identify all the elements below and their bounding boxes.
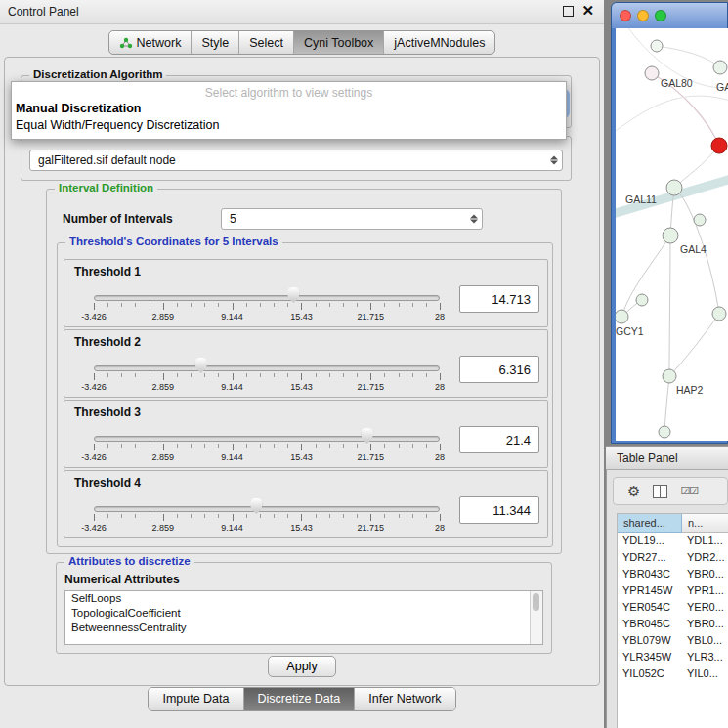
table-row[interactable]: YIL052CYIL0... — [618, 665, 728, 682]
network-view-window[interactable]: GAL80GAGAL11GAL4GCY1HAP2 — [611, 2, 728, 444]
list-scrollbar[interactable] — [530, 591, 542, 644]
scrollbar-thumb[interactable] — [533, 593, 539, 611]
popup-placeholder-item: Select algorithm to view settings — [12, 85, 566, 101]
slider-ticks — [94, 303, 440, 311]
tick-label: 9.144 — [221, 382, 243, 392]
tick-mark — [412, 373, 413, 377]
threshold-1-slider[interactable]: -3.4262.8599.14415.4321.71528 — [94, 283, 440, 324]
network-edge[interactable] — [616, 96, 728, 146]
table-row[interactable]: YBR043CYBR0... — [618, 566, 728, 582]
tab-style[interactable]: Style — [191, 31, 238, 54]
group-title: Threshold's Coordinates for 5 Intervals — [65, 236, 282, 247]
column-header-shared-name[interactable]: shared... — [618, 514, 682, 533]
table-cell[interactable]: YDL1... — [682, 533, 728, 549]
threshold-3-slider[interactable]: -3.4262.8599.14415.4321.71528 — [94, 424, 440, 465]
network-node-gal80[interactable] — [645, 66, 659, 80]
table-row[interactable]: YER054CYER0... — [618, 599, 728, 616]
table-cell[interactable]: YBL0... — [682, 632, 728, 649]
table-cell[interactable]: YBL079W — [618, 632, 682, 649]
attribute-list-item[interactable]: TopologicalCoefficient — [65, 606, 542, 621]
table-cell[interactable]: YLR345W — [618, 649, 682, 665]
columns-icon[interactable] — [653, 485, 667, 498]
table-cell[interactable]: YPR145W — [618, 582, 682, 599]
table-cell[interactable]: YDL19... — [618, 533, 682, 549]
close-icon[interactable]: ✕ — [581, 4, 594, 18]
network-edge[interactable] — [669, 314, 719, 376]
tab-infer-network[interactable]: Infer Network — [354, 688, 454, 710]
close-traffic-light[interactable] — [620, 10, 631, 21]
table-cell[interactable]: YIL052C — [618, 665, 682, 682]
popup-option-equal-width-frequency[interactable]: Equal Width/Frequency Discretization — [12, 117, 566, 134]
gear-icon[interactable]: ⚙ — [627, 484, 640, 498]
table-cell[interactable]: YER0... — [682, 599, 728, 616]
slider-track — [94, 506, 440, 512]
float-window-icon[interactable] — [563, 6, 574, 17]
table-row[interactable]: YDR27...YDR2... — [618, 549, 728, 566]
threshold-4-value-field[interactable]: 11.344 — [459, 496, 539, 524]
minimize-traffic-light[interactable] — [637, 10, 649, 21]
network-node-hap2[interactable] — [663, 369, 676, 383]
table-row[interactable]: YBR045CYBR0... — [618, 616, 728, 632]
tick-mark — [287, 373, 288, 377]
network-node-label: HAP2 — [676, 384, 704, 396]
table-cell[interactable]: YER054C — [618, 599, 682, 616]
tab-discretize-data[interactable]: Discretize Data — [243, 688, 355, 710]
table-cell[interactable]: YIL0... — [682, 665, 728, 682]
network-node[interactable] — [659, 426, 670, 438]
table-cell[interactable]: YBR0... — [682, 566, 728, 582]
group-title: Attributes to discretize — [64, 555, 194, 567]
tick-mark — [177, 373, 178, 377]
tick-mark — [135, 373, 136, 377]
threshold-2-slider[interactable]: -3.4262.8599.14415.4321.71528 — [94, 354, 440, 395]
attribute-list-item[interactable]: BetweennessCentrality — [65, 621, 542, 635]
combo-value: 5 — [230, 212, 236, 226]
table-row[interactable]: YPR145WYPR1... — [618, 582, 728, 599]
tab-select[interactable]: Select — [238, 31, 293, 54]
network-edge[interactable] — [669, 236, 670, 376]
attribute-list-item[interactable]: SelfLoops — [65, 591, 542, 606]
tab-impute-data[interactable]: Impute Data — [149, 688, 242, 710]
numerical-attributes-list[interactable]: SelfLoopsTopologicalCoefficientBetweenne… — [64, 590, 543, 645]
threshold-3-value-field[interactable]: 21.4 — [459, 426, 539, 453]
table-row[interactable]: YDL19...YDL1... — [618, 533, 728, 549]
network-node[interactable] — [651, 40, 663, 52]
network-node-label: GAL11 — [625, 193, 657, 205]
network-node[interactable] — [712, 307, 726, 321]
table-data-combobox[interactable]: galFiltered.sif default node — [29, 150, 563, 171]
network-node-gcy1[interactable] — [616, 310, 628, 323]
network-node[interactable] — [713, 61, 727, 74]
tick-label: 15.43 — [290, 382, 313, 392]
zoom-traffic-light[interactable] — [655, 10, 666, 21]
table-row[interactable]: YLR345WYLR3... — [618, 649, 728, 665]
tab-network[interactable]: Network — [109, 31, 192, 54]
network-edge[interactable] — [664, 376, 669, 432]
table-cell[interactable]: YDR2... — [682, 549, 728, 566]
network-node-gal11[interactable] — [666, 180, 682, 195]
apply-button[interactable]: Apply — [268, 656, 336, 677]
number-of-intervals-combobox[interactable]: 5 — [221, 208, 483, 230]
table-cell[interactable]: YLR3... — [682, 649, 728, 665]
table-cell[interactable]: YBR0... — [682, 616, 728, 632]
network-node-gal4[interactable] — [663, 228, 678, 243]
threshold-4-slider[interactable]: -3.4262.8599.14415.4321.71528 — [94, 494, 440, 535]
network-canvas[interactable]: GAL80GAGAL11GAL4GCY1HAP2 — [616, 28, 728, 441]
tick-mark — [329, 514, 330, 518]
select-columns-icon[interactable]: ☑☑ — [680, 485, 698, 497]
table-cell[interactable]: YDR27... — [618, 549, 682, 566]
table-panel-titlebar[interactable]: Table Panel — [606, 446, 728, 470]
tab-cyni-toolbox[interactable]: Cyni Toolbox — [293, 31, 383, 54]
network-node[interactable] — [636, 294, 648, 306]
column-header-name[interactable]: n... — [682, 514, 728, 533]
slider-tick-labels: -3.4262.8599.14415.4321.71528 — [94, 452, 440, 463]
table-cell[interactable]: YPR1... — [682, 582, 728, 599]
selected-node-red[interactable] — [711, 138, 727, 153]
network-node[interactable] — [694, 214, 706, 226]
table-row[interactable]: YBL079WYBL0... — [618, 632, 728, 649]
table-cell[interactable]: YBR045C — [618, 616, 682, 632]
popup-option-manual-discretization[interactable]: Manual Discretization — [12, 101, 566, 117]
tab-jactivemnodules[interactable]: jActiveMNodules — [383, 31, 494, 54]
table-cell[interactable]: YBR043C — [618, 566, 682, 582]
network-edge[interactable] — [657, 46, 720, 67]
threshold-1-value-field[interactable]: 14.713 — [459, 285, 539, 313]
threshold-2-value-field[interactable]: 6.316 — [459, 356, 539, 383]
